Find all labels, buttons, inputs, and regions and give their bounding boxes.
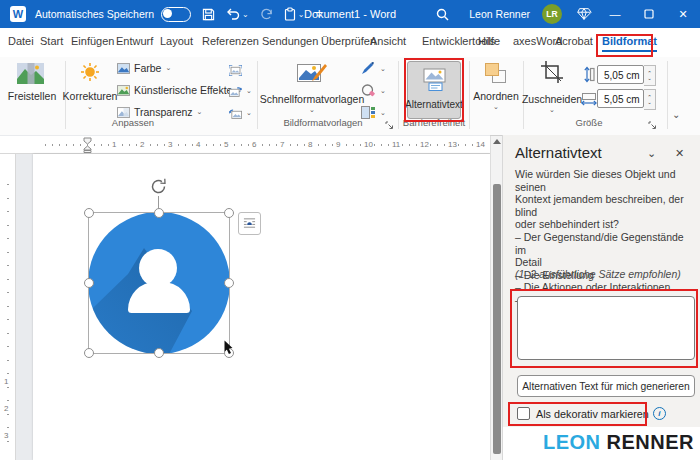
autosave-label: Automatisches Speichern [35, 8, 154, 20]
resize-handle-bottom-left[interactable] [84, 348, 94, 358]
ruler-number: 9 [336, 140, 340, 149]
tab-start[interactable]: Start [40, 35, 63, 47]
size-dialog-launcher-icon[interactable] [648, 116, 658, 126]
alt-text-button[interactable]: Alternativtext [407, 61, 461, 119]
arrange-dropdown-icon[interactable]: ⌄ [493, 103, 499, 111]
close-button[interactable]: ✕ [666, 0, 700, 28]
picture-styles-dialog-launcher-icon[interactable] [385, 116, 395, 126]
autosave-toggle[interactable] [161, 7, 191, 22]
quick-styles-dropdown-icon[interactable]: ⌄ [309, 106, 315, 114]
ribbon-tab-row: DateiStartEinfügenEntwurfLayoutReferenze… [0, 28, 700, 57]
layout-options-button[interactable] [238, 212, 261, 235]
search-icon[interactable] [436, 8, 449, 21]
tab-acrobat[interactable]: Acrobat [555, 35, 593, 47]
titlebar: W Automatisches Speichern ⌄ ⌄ [0, 0, 700, 28]
color-menu-item[interactable]: Farbe⌄ [117, 62, 171, 74]
user-name[interactable]: Leon Renner [469, 8, 530, 20]
watermark-first: LEON [543, 431, 601, 453]
compress-picture-icon[interactable] [229, 62, 242, 80]
tab-ansicht[interactable]: Ansicht [370, 35, 406, 47]
ruler-number: 10 [364, 140, 373, 149]
tab-einfügen[interactable]: Einfügen [71, 35, 114, 47]
minimize-button[interactable]: — [598, 0, 632, 28]
undo-icon[interactable]: ⌄ [226, 8, 249, 21]
redo-icon [260, 8, 273, 21]
ruler-number: 14 [476, 140, 485, 149]
save-icon[interactable] [202, 8, 215, 21]
height-input[interactable]: 5,05 cm [597, 65, 644, 84]
generate-alt-text-button[interactable]: Alternativen Text für mich generieren [517, 375, 695, 397]
transparency-icon [117, 107, 130, 118]
scrollbar-thumb[interactable] [493, 184, 501, 454]
tab-hilfe[interactable]: Hilfe [478, 35, 500, 47]
alt-text-textarea[interactable] [517, 296, 695, 360]
arrange-icon [483, 62, 507, 88]
ruler-number: 5 [224, 140, 228, 149]
decorative-checkbox[interactable] [517, 407, 530, 420]
reset-picture-icon[interactable] [229, 106, 242, 124]
crop-dropdown-icon[interactable]: ⌄ [549, 106, 555, 114]
arrange-button[interactable]: Anordnen [473, 90, 519, 102]
user-avatar[interactable]: LR [542, 4, 562, 24]
horizontal-ruler[interactable]: 1234567891011121314 [0, 136, 490, 154]
resize-handle-middle-right[interactable] [224, 278, 234, 288]
rotate-handle-icon[interactable] [149, 177, 168, 200]
watermark-logo: LEON RENNER [543, 431, 694, 454]
color-icon [117, 63, 130, 74]
ruler-number: 1 [4, 377, 8, 386]
info-icon[interactable]: i [653, 407, 666, 420]
maximize-button[interactable] [632, 0, 666, 28]
paste-dropdown-icon[interactable]: ⌄ [298, 10, 305, 19]
ruler-number: 4 [196, 140, 200, 149]
tab-bildformat[interactable]: Bildformat [602, 35, 657, 47]
resize-handle-top-left[interactable] [84, 208, 94, 218]
tab-layout[interactable]: Layout [160, 35, 193, 47]
collapse-ribbon-icon[interactable]: ⌄ [672, 109, 680, 120]
paste-icon[interactable]: ⌄ [284, 7, 305, 21]
decorative-checkbox-row: Als dekorativ markieren i [517, 407, 666, 420]
resize-handle-bottom-center[interactable] [154, 348, 164, 358]
change-picture-dropdown-icon[interactable]: ⌄ [246, 87, 252, 95]
pane-close-icon[interactable]: ✕ [675, 147, 684, 160]
picture-layout-dropdown-icon[interactable]: ⌄ [380, 109, 386, 117]
ruler-number: 12 [420, 140, 429, 149]
ruler-number: 11 [392, 140, 400, 149]
quick-styles-button[interactable]: Schnellformatvorlagen [260, 93, 364, 105]
picture-border-dropdown-icon[interactable]: ⌄ [380, 65, 386, 73]
undo-dropdown-icon[interactable]: ⌄ [242, 10, 249, 19]
width-input[interactable]: 5,05 cm [597, 89, 644, 108]
vertical-ruler[interactable]: 12345678 [0, 154, 16, 460]
width-spinner[interactable]: ⌃⌄ [644, 89, 656, 110]
resize-handle-middle-left[interactable] [84, 278, 94, 288]
word-window: W Automatisches Speichern ⌄ ⌄ [0, 0, 700, 460]
tab-referenzen[interactable]: Referenzen [202, 35, 259, 47]
picture-layout-icon[interactable] [361, 105, 375, 123]
picture-effects-dropdown-icon[interactable]: ⌄ [380, 87, 386, 95]
corrections-button[interactable]: Korrekturen [63, 90, 118, 102]
picture-border-icon[interactable] [361, 61, 375, 79]
ribbon: Freistellen Korrekturen ⌄ Farbe⌄ Künstle… [0, 57, 700, 136]
crop-button[interactable]: Zuschneiden [522, 93, 582, 105]
document-area: L 1234567891011121314 12345678 [0, 135, 490, 460]
artistic-effects-menu-item[interactable]: Künstlerische Effekte⌄ [117, 84, 242, 96]
reset-picture-dropdown-icon[interactable]: ⌄ [246, 109, 252, 117]
resize-handle-top-center[interactable] [154, 208, 164, 218]
alt-text-hint: (1–2 ausführliche Sätze empfohlen) [515, 268, 695, 280]
remove-background-icon [17, 63, 44, 88]
tab-datei[interactable]: Datei [8, 35, 34, 47]
change-picture-icon[interactable] [229, 84, 242, 102]
premium-gem-icon[interactable] [576, 7, 592, 21]
ruler-number: 1 [112, 140, 116, 149]
quick-access-more-icon[interactable]: ⌄ [315, 12, 322, 17]
pane-options-chevron-icon[interactable]: ⌄ [647, 147, 656, 160]
height-spinner[interactable]: ⌃⌄ [644, 65, 656, 86]
group-label-accessibility: Barrierefreiheit [403, 117, 465, 128]
picture-effects-icon[interactable] [361, 83, 375, 101]
tab-überprüfen[interactable]: Überprüfen [321, 35, 376, 47]
remove-background-button[interactable]: Freistellen [8, 90, 56, 102]
tab-sendungen[interactable]: Sendungen [262, 35, 318, 47]
corrections-dropdown-icon[interactable]: ⌄ [87, 103, 93, 111]
resize-handle-top-right[interactable] [224, 208, 234, 218]
scroll-up-arrow-icon[interactable] [493, 139, 501, 144]
tab-entwurf[interactable]: Entwurf [116, 35, 153, 47]
